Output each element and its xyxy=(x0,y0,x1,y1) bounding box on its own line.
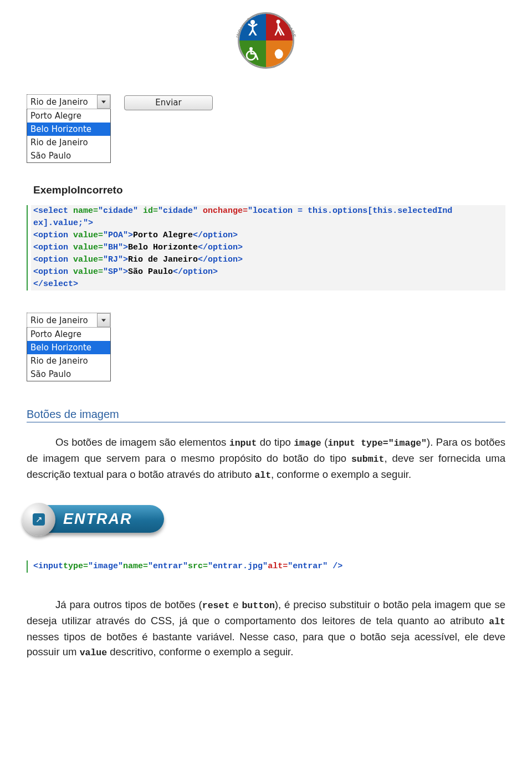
combobox-listbox[interactable]: Porto Alegre Belo Horizonte Rio de Janei… xyxy=(27,328,111,381)
option-rio-de-janeiro[interactable]: Rio de Janeiro xyxy=(27,354,110,368)
city-combobox-1[interactable]: Rio de Janeiro Porto Alegre Belo Horizon… xyxy=(27,94,111,163)
combobox-selected-value: Rio de Janeiro xyxy=(27,95,97,109)
option-sao-paulo[interactable]: São Paulo xyxy=(27,149,110,162)
code-example-input-image: <inputtype="image"name="entrar"src="entr… xyxy=(27,560,505,573)
enter-image-button[interactable]: ENTRAR ↗ xyxy=(20,502,168,539)
option-sao-paulo[interactable]: São Paulo xyxy=(27,368,110,381)
submit-button[interactable]: Enviar xyxy=(124,95,213,110)
chevron-down-icon xyxy=(101,319,106,322)
enter-button-label: ENTRAR xyxy=(63,511,132,528)
paragraph-other-button-types: Já para outros tipos de botões (reset e … xyxy=(27,597,505,660)
option-porto-alegre[interactable]: Porto Alegre xyxy=(27,109,110,123)
option-belo-horizonte[interactable]: Belo Horizonte xyxy=(27,123,110,136)
paragraph-image-buttons-intro: Os botões de imagem são elementos input … xyxy=(27,435,505,483)
chevron-down-icon xyxy=(101,100,106,104)
incorrect-example-heading: ExemploIncorreto xyxy=(27,184,505,196)
enter-button-arrow-icon: ↗ xyxy=(22,503,55,536)
code-example-select: <select name="cidade" id="cidade" onchan… xyxy=(27,205,505,290)
combobox-dropdown-button[interactable] xyxy=(97,313,110,327)
combobox-listbox[interactable]: Porto Alegre Belo Horizonte Rio de Janei… xyxy=(27,109,111,163)
option-rio-de-janeiro[interactable]: Rio de Janeiro xyxy=(27,136,110,149)
option-porto-alegre[interactable]: Porto Alegre xyxy=(27,328,110,341)
section-heading-image-buttons: Botões de imagem xyxy=(27,408,505,422)
combobox-selected-value: Rio de Janeiro xyxy=(27,313,97,327)
city-combobox-2[interactable]: Rio de Janeiro Porto Alegre Belo Horizon… xyxy=(27,313,111,381)
header-logo: INCLUSÃO E ACESSIBILIDADE xyxy=(27,0,505,90)
option-belo-horizonte[interactable]: Belo Horizonte xyxy=(27,341,110,354)
combobox-dropdown-button[interactable] xyxy=(97,95,110,109)
